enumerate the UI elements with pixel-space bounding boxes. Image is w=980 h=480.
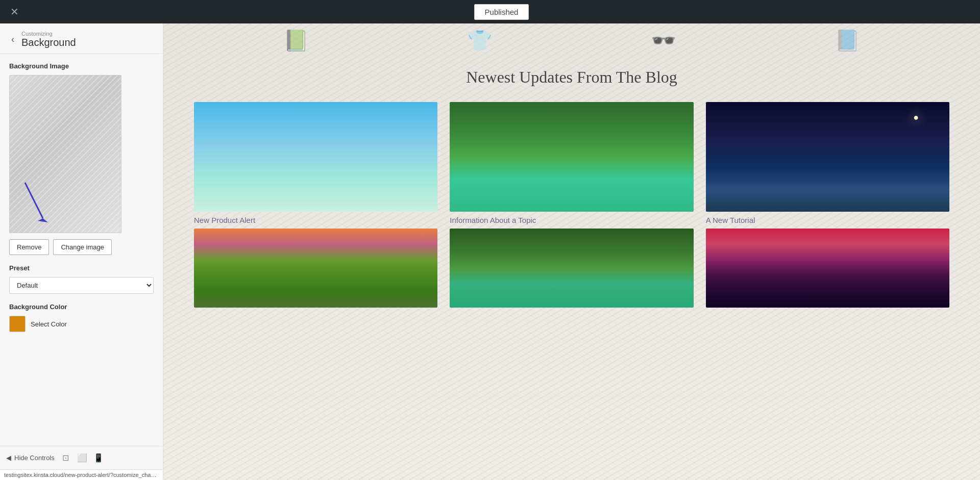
blog-card-3-link[interactable]: A New Tutorial <box>706 216 949 224</box>
image-button-row: Remove Change image <box>9 239 154 255</box>
preset-label: Preset <box>9 264 154 272</box>
sidebar-header: ‹ Customizing Background <box>0 23 163 54</box>
sidebar-content: Background Image Remove Change image Pre… <box>0 54 163 446</box>
blog-card-1: New Product Alert <box>194 102 437 224</box>
deco-book2-icon: 📘 <box>835 29 860 53</box>
svg-marker-1 <box>38 218 48 222</box>
preview-area: 📗 👕 🕶️ 📘 Newest Updates From The Blog Ne… <box>163 23 980 480</box>
hide-controls-button[interactable]: ◀ Hide Controls <box>6 454 55 462</box>
breadcrumb-top: Customizing <box>21 31 76 37</box>
top-decorations: 📗 👕 🕶️ 📘 <box>163 23 980 58</box>
deco-book-icon: 📗 <box>283 29 309 53</box>
preview-inner: 📗 👕 🕶️ 📘 Newest Updates From The Blog Ne… <box>163 23 980 480</box>
blog-card-4 <box>194 229 437 312</box>
select-color-button[interactable]: Select Color <box>31 320 67 328</box>
color-swatch[interactable] <box>9 316 26 332</box>
svg-line-0 <box>25 183 43 218</box>
blog-card-1-link[interactable]: New Product Alert <box>194 216 437 224</box>
hide-controls-arrow-icon: ◀ <box>6 454 11 462</box>
back-button[interactable]: ‹ <box>9 33 16 46</box>
blog-section: Newest Updates From The Blog New Product… <box>163 58 980 332</box>
blog-card-2: Information About a Topic <box>450 102 693 224</box>
blog-card-6 <box>706 229 949 312</box>
url-bar: testingsitex.kinsta.cloud/new-product-al… <box>0 469 163 480</box>
sidebar-bottom: ◀ Hide Controls ⊡ ⬜ 📱 <box>0 446 163 469</box>
blog-title: Newest Updates From The Blog <box>194 68 949 87</box>
breadcrumb-title: Background <box>21 37 76 48</box>
blog-card-5 <box>450 229 693 312</box>
desktop-view-icon[interactable]: ⊡ <box>61 453 71 463</box>
deco-tshirt-icon: 👕 <box>467 29 493 53</box>
preset-section: Preset Default <box>9 264 154 294</box>
arrow-annotation <box>20 178 61 229</box>
blog-card-4-image <box>194 229 437 308</box>
published-button[interactable]: Published <box>474 4 529 20</box>
tablet-view-icon[interactable]: ⬜ <box>77 453 87 463</box>
close-button[interactable]: ✕ <box>6 5 23 19</box>
hide-controls-label: Hide Controls <box>14 454 55 462</box>
color-row: Select Color <box>9 316 154 332</box>
change-image-button[interactable]: Change image <box>53 239 112 255</box>
background-color-label: Background Color <box>9 303 154 311</box>
preset-select[interactable]: Default <box>9 277 154 294</box>
blog-grid-row2 <box>194 229 949 312</box>
top-bar: ✕ Published <box>0 0 980 23</box>
background-image-preview <box>9 75 121 233</box>
mobile-view-icon[interactable]: 📱 <box>93 453 104 463</box>
sidebar: ‹ Customizing Background Background Imag… <box>0 23 163 480</box>
blog-card-6-image <box>706 229 949 308</box>
blog-card-2-link[interactable]: Information About a Topic <box>450 216 693 224</box>
blog-card-1-image <box>194 102 437 212</box>
blog-card-2-image <box>450 102 693 212</box>
deco-sunglasses-icon: 🕶️ <box>651 29 676 53</box>
breadcrumb: Customizing Background <box>21 31 76 48</box>
blog-card-3-image <box>706 102 949 212</box>
remove-button[interactable]: Remove <box>9 239 49 255</box>
blog-card-5-image <box>450 229 693 308</box>
blog-card-3: A New Tutorial <box>706 102 949 224</box>
background-color-section: Background Color Select Color <box>9 303 154 332</box>
background-image-label: Background Image <box>9 62 154 70</box>
blog-grid-row1: New Product Alert Information About a To… <box>194 102 949 224</box>
main-layout: ‹ Customizing Background Background Imag… <box>0 23 980 480</box>
